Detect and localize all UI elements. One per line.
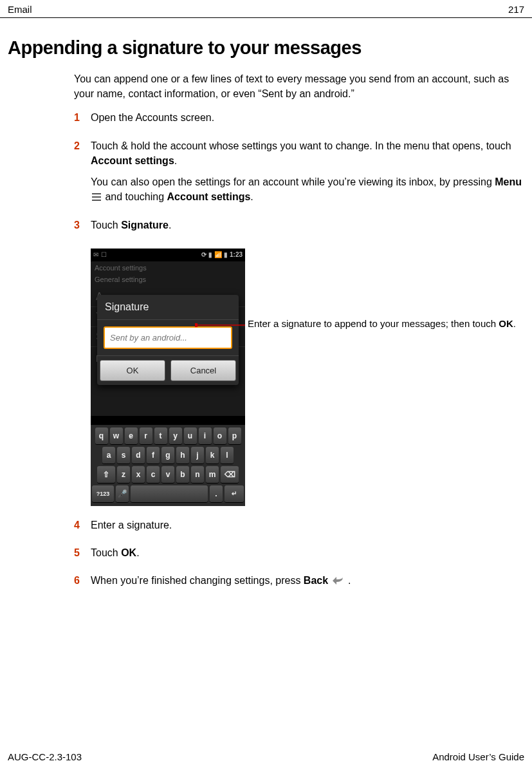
key-e[interactable]: e (125, 427, 138, 444)
step-body: Touch & hold the account whose settings … (91, 138, 524, 212)
step-number: 1 (74, 110, 91, 131)
step-body: Open the Accounts screen. (91, 110, 524, 131)
key-r[interactable]: r (140, 427, 152, 444)
step-body: Touch Signature. (91, 218, 524, 239)
step-number: 6 (74, 573, 91, 595)
key-n[interactable]: n (191, 466, 204, 483)
step-1: 1 Open the Accounts screen. (74, 110, 524, 131)
status-bar: ✉ ☐ ⟳ ▮ 📶 ▮ 1:23 (91, 249, 245, 261)
page-number: 217 (508, 4, 524, 15)
key-u[interactable]: u (184, 427, 197, 444)
step-text: Enter a signature. (91, 518, 524, 532)
signature-dialog: Signature Sent by an android... OK Cance… (97, 295, 239, 385)
signal-icon: 📶 (214, 251, 222, 258)
clock: 1:23 (230, 251, 243, 258)
dialog-title: Signature (97, 295, 239, 320)
key-b[interactable]: b (176, 466, 189, 483)
callout-line-icon (195, 321, 248, 329)
key-backspace[interactable]: ⌫ (221, 466, 239, 483)
key-g[interactable]: g (161, 447, 174, 464)
key-symbols[interactable]: ?123 (92, 485, 114, 502)
chapter-label: Email (8, 4, 32, 15)
status-left-icons: ✉ ☐ (93, 251, 107, 258)
doc-title: Android User’s Guide (432, 751, 524, 762)
key-shift[interactable]: ⇧ (97, 466, 115, 483)
step-number: 4 (74, 518, 91, 539)
svg-rect-4 (195, 323, 197, 327)
step-text-extra: You can also open the settings for an ac… (91, 174, 524, 205)
svg-rect-1 (92, 196, 101, 198)
key-j[interactable]: j (191, 447, 204, 464)
key-f[interactable]: f (147, 447, 160, 464)
key-mic[interactable]: 🎤 (116, 485, 129, 502)
keyboard-row-2: a s d f g h j k l (92, 447, 244, 464)
screen-subtitle: General settings (91, 274, 245, 287)
key-z[interactable]: z (117, 466, 130, 483)
status-right-icons: ⟳ ▮ 📶 ▮ 1:23 (201, 251, 243, 258)
key-x[interactable]: x (132, 466, 145, 483)
page-header: Email 217 (0, 0, 532, 18)
key-period[interactable]: . (210, 485, 223, 502)
key-k[interactable]: k (206, 447, 219, 464)
key-p[interactable]: p (228, 427, 241, 444)
step-number: 2 (74, 138, 91, 212)
step-text: Touch Signature. (91, 218, 524, 232)
key-d[interactable]: d (132, 447, 145, 464)
step-body: Enter a signature. (91, 518, 524, 539)
phone-screenshot: ✉ ☐ ⟳ ▮ 📶 ▮ 1:23 Account settings Genera… (91, 249, 245, 506)
notification-icon: ☐ (101, 251, 107, 258)
sync-icon: ⟳ (201, 251, 206, 258)
key-y[interactable]: y (169, 427, 182, 444)
callout: Enter a signature to append to your mess… (245, 317, 524, 330)
dialog-button-row: OK Cancel (97, 355, 239, 385)
keyboard-row-1: q w e r t y u i o p (92, 427, 244, 444)
step-text: Open the Accounts screen. (91, 110, 524, 125)
step-4: 4 Enter a signature. (74, 518, 524, 539)
ok-button[interactable]: OK (100, 360, 165, 381)
key-w[interactable]: w (110, 427, 123, 444)
key-enter[interactable]: ↵ (225, 485, 244, 502)
screen-title: Account settings (91, 261, 245, 274)
mail-icon: ✉ (93, 251, 98, 258)
key-space[interactable] (131, 485, 208, 502)
step-body: When you’re finished changing settings, … (91, 573, 524, 595)
key-c[interactable]: c (147, 466, 160, 483)
battery-icon: ▮ (224, 251, 228, 258)
step-2: 2 Touch & hold the account whose setting… (74, 138, 524, 212)
callout-text: Enter a signature to append to your mess… (245, 317, 524, 330)
key-i[interactable]: i (199, 427, 212, 444)
keyboard: q w e r t y u i o p a s d f g h (91, 425, 245, 506)
step-6: 6 When you’re finished changing settings… (74, 573, 524, 595)
page-title: Appending a signature to your messages (0, 18, 532, 71)
menu-icon (92, 190, 101, 205)
svg-rect-0 (92, 193, 101, 194)
step-text: When you’re finished changing settings, … (91, 573, 524, 588)
step-body: Touch OK. (91, 545, 524, 567)
step-text: Touch OK. (91, 545, 524, 560)
key-t[interactable]: t (154, 427, 167, 444)
content-area: You can append one or a few lines of tex… (0, 71, 532, 595)
key-m[interactable]: m (206, 466, 219, 483)
page-footer: AUG-CC-2.3-103 Android User’s Guide (0, 751, 532, 770)
cancel-button[interactable]: Cancel (170, 360, 236, 381)
intro-paragraph: You can append one or a few lines of tex… (74, 71, 524, 101)
doc-id: AUG-CC-2.3-103 (8, 751, 82, 762)
key-a[interactable]: a (102, 447, 115, 464)
dimmed-background: Account settings General settings A Y S … (91, 261, 245, 416)
key-s[interactable]: s (117, 447, 130, 464)
svg-rect-2 (92, 200, 101, 201)
step-number: 3 (74, 218, 91, 239)
step-text: Touch & hold the account whose settings … (91, 138, 524, 168)
key-v[interactable]: v (161, 466, 174, 483)
signature-input[interactable]: Sent by an android... (104, 326, 232, 349)
step-5: 5 Touch OK. (74, 545, 524, 567)
key-o[interactable]: o (214, 427, 226, 444)
step-3: 3 Touch Signature. (74, 218, 524, 239)
step-number: 5 (74, 545, 91, 567)
key-q[interactable]: q (95, 427, 108, 444)
keyboard-row-4: ?123 🎤 . ↵ (92, 485, 244, 502)
keyboard-row-3: ⇧ z x c v b n m ⌫ (92, 466, 244, 483)
key-l[interactable]: l (221, 447, 234, 464)
key-h[interactable]: h (176, 447, 189, 464)
figure: ✉ ☐ ⟳ ▮ 📶 ▮ 1:23 Account settings Genera… (91, 249, 524, 506)
